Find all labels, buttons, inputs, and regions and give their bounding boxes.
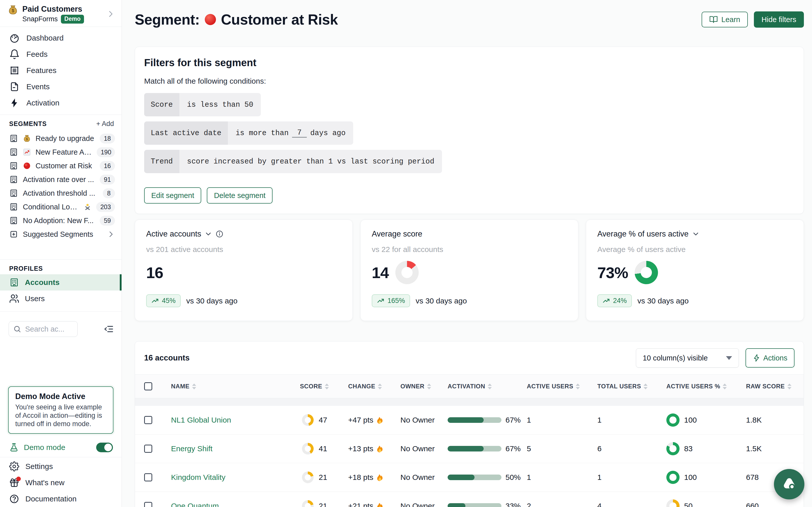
- cell-activation: 50%: [448, 473, 527, 482]
- cell-active-users: 5: [527, 444, 597, 453]
- sidebar-item-suggested-segments[interactable]: Suggested Segments: [0, 227, 121, 241]
- stat-card-title: Active accounts: [146, 229, 341, 238]
- row-checkbox[interactable]: [144, 502, 152, 507]
- column-label: ACTIVE USERS %: [666, 383, 720, 390]
- filters-panel: Filters for this segment Match all of th…: [135, 47, 804, 214]
- delete-segment-button[interactable]: Delete segment: [207, 187, 272, 204]
- condition-value-input[interactable]: 7: [292, 128, 307, 138]
- sidebar-item-settings[interactable]: Settings: [0, 458, 121, 474]
- table-row-energy-shift[interactable]: Energy Shift 41 +13 pts No Owner 67% 5 6…: [135, 435, 804, 463]
- bolt-icon: [753, 354, 761, 362]
- cell-activation: 33%: [448, 502, 527, 507]
- sidebar-item-dashboard[interactable]: Dashboard: [0, 30, 121, 46]
- learn-button[interactable]: Learn: [702, 12, 748, 27]
- segment-item-activation-threshold[interactable]: Activation threshold ... 8: [0, 186, 121, 200]
- segment-item-new-feature-ad[interactable]: New Feature Ad... 190: [0, 145, 121, 159]
- segment-label: Activation rate over ...: [23, 175, 94, 184]
- sidebar-item-documentation[interactable]: Documentation: [0, 491, 121, 507]
- column-header-active-users[interactable]: ACTIVE USERS %: [666, 383, 746, 390]
- cell-owner: No Owner: [400, 473, 448, 482]
- stat-card-title: Average % of users active: [597, 229, 793, 238]
- workspace-switcher[interactable]: $ Paid Customers SnapForms Demo: [0, 0, 121, 26]
- sidebar-item-activation[interactable]: Activation: [0, 95, 121, 111]
- segment-item-no-adoption-new-f[interactable]: No Adoption: New F... 59: [0, 214, 121, 227]
- cell-active-users-pct: 100: [666, 471, 746, 484]
- sort-icon: [488, 384, 492, 389]
- accoil-fab-button[interactable]: [774, 469, 804, 499]
- column-header-name[interactable]: NAME: [171, 383, 300, 390]
- segment-label: Customer at Risk: [36, 162, 92, 170]
- filter-condition-last-active-date[interactable]: Last active date is more than7days ago: [144, 121, 353, 145]
- sidebar-item-accounts[interactable]: Accounts: [0, 274, 121, 290]
- demo-mode-toggle[interactable]: [96, 443, 113, 452]
- columns-visible-select[interactable]: 10 column(s) visible: [636, 348, 739, 368]
- hide-filters-button[interactable]: Hide filters: [754, 11, 804, 27]
- segment-item-ready-to-upgrade[interactable]: $ Ready to upgrade 18: [0, 131, 121, 145]
- stats-row: Active accounts vs 201 active accounts 1…: [135, 220, 804, 321]
- cell-name: One Quantum: [171, 502, 300, 507]
- search-row: [9, 321, 114, 337]
- activation-bar: [448, 474, 501, 480]
- money-bag-icon: $: [23, 134, 31, 143]
- column-label: ACTIVE USERS: [527, 383, 573, 390]
- delta-note: vs 30 days ago: [186, 297, 238, 305]
- select-all-checkbox[interactable]: [144, 382, 152, 390]
- collapse-sidebar-icon[interactable]: [103, 324, 114, 334]
- sidebar-item-users[interactable]: Users: [0, 290, 121, 307]
- sort-icon: [378, 384, 382, 389]
- column-label: CHANGE: [348, 383, 375, 390]
- row-checkbox[interactable]: [144, 416, 152, 424]
- column-header-change[interactable]: CHANGE: [348, 383, 400, 390]
- cell-active-users: 1: [527, 416, 597, 425]
- cell-total-users: 4: [597, 502, 666, 507]
- cell-checkbox: [144, 416, 171, 424]
- sidebar-item-features[interactable]: Features: [0, 62, 121, 78]
- building-icon: [9, 148, 18, 157]
- actions-button[interactable]: Actions: [746, 348, 795, 368]
- segment-label: Ready to upgrade: [36, 134, 94, 143]
- account-link[interactable]: NL1 Global Union: [171, 416, 231, 425]
- table-row-nl1-global-union[interactable]: NL1 Global Union 47 +47 pts No Owner 67%…: [135, 406, 804, 435]
- stat-card-title: Average score: [372, 229, 567, 238]
- demo-badge: Demo: [61, 15, 84, 23]
- fire-icon: [376, 416, 384, 424]
- column-header-active-users[interactable]: ACTIVE USERS: [527, 383, 597, 390]
- table-row-one-quantum[interactable]: One Quantum 21 +21 pts No Owner 33% 2 4 …: [135, 492, 804, 507]
- cell-raw-score: 1.5K: [746, 444, 795, 453]
- account-link[interactable]: Energy Shift: [171, 444, 212, 453]
- filter-condition-score[interactable]: Score is less than 50: [144, 93, 261, 116]
- row-checkbox[interactable]: [144, 445, 152, 453]
- column-header-raw-score[interactable]: RAW SCORE: [746, 383, 795, 390]
- column-header-total-users[interactable]: TOTAL USERS: [597, 383, 666, 390]
- cell-checkbox: [144, 445, 171, 453]
- add-segment-button[interactable]: + Add: [96, 120, 114, 128]
- column-header-activation[interactable]: ACTIVATION: [448, 383, 527, 390]
- table-row-kingdom-vitality[interactable]: Kingdom Vitality 21 +18 pts No Owner 50%…: [135, 463, 804, 492]
- segment-item-customer-at-risk[interactable]: Customer at Risk 16: [0, 159, 121, 173]
- spacer: [0, 337, 121, 386]
- column-header-score[interactable]: SCORE: [300, 383, 348, 390]
- account-link[interactable]: One Quantum: [171, 502, 219, 507]
- score-value: 21: [319, 502, 327, 507]
- segment-item-activation-rate-over[interactable]: Activation rate over ... 91: [0, 173, 121, 186]
- stat-title-text: Active accounts: [146, 229, 201, 238]
- segment-buttons: Edit segment Delete segment: [144, 187, 795, 204]
- cell-activation: 67%: [448, 444, 527, 453]
- column-label: TOTAL USERS: [597, 383, 641, 390]
- filter-condition-trend[interactable]: Trend score increased by greater than 1 …: [144, 150, 442, 173]
- sidebar-item-events[interactable]: Events: [0, 78, 121, 95]
- column-label: SCORE: [300, 383, 322, 390]
- segment-item-conditional-logic[interactable]: Conditional Logic 203: [0, 200, 121, 214]
- nav-item-label: Feeds: [27, 50, 47, 59]
- workspace-org: SnapForms: [22, 15, 58, 23]
- cell-activation: 67%: [448, 416, 527, 425]
- edit-segment-button[interactable]: Edit segment: [144, 187, 201, 204]
- sidebar-item-feeds[interactable]: Feeds: [0, 46, 121, 62]
- account-link[interactable]: Kingdom Vitality: [171, 473, 225, 482]
- trend-up-icon: [377, 297, 385, 305]
- active-pct-value: 100: [684, 473, 697, 482]
- column-header-owner[interactable]: OWNER: [400, 383, 448, 390]
- sidebar-item-what-s-new[interactable]: What's new: [0, 474, 121, 491]
- chevron-down-icon: [204, 230, 212, 238]
- row-checkbox[interactable]: [144, 473, 152, 482]
